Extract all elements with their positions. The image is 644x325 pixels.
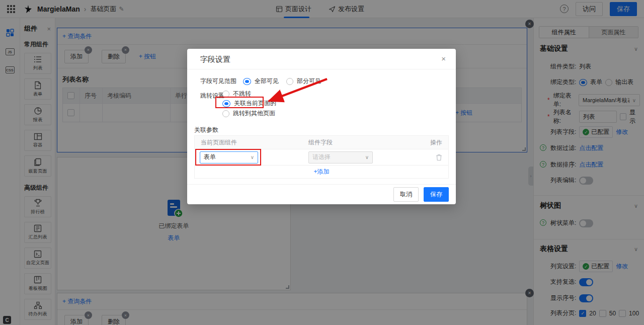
modal-header-divider: [187, 69, 456, 69]
modal-save-button[interactable]: 保存: [424, 187, 449, 202]
component-select[interactable]: 表单 ∨: [200, 151, 258, 164]
jump-other-page-row: 跳转到其他页面: [222, 109, 275, 118]
related-params-table: 当前页面组件 组件字段 操作 表单 ∨ 请选择 ∨: [194, 135, 449, 179]
visibility-all-radio[interactable]: [243, 78, 251, 85]
add-param-link[interactable]: +添加: [313, 168, 329, 176]
field-visibility-label: 字段可见范围: [200, 77, 236, 86]
field-visibility-row: 字段可见范围 全部可见 部分可见: [200, 77, 321, 86]
chevron-down-icon: ∨: [251, 154, 254, 160]
modal-title: 字段设置: [200, 55, 230, 64]
params-table-header: 当前页面组件 组件字段 操作: [195, 136, 448, 149]
cancel-button[interactable]: 取消: [393, 187, 419, 202]
column-actions: 操作: [417, 138, 448, 147]
field-settings-modal: 字段设置 × 字段可见范围 全部可见 部分可见 跳转设置 不跳转 关联当前页面的…: [187, 49, 456, 204]
jump-current-page-row: 关联当前页面的: [222, 99, 276, 108]
visibility-partial-label: 部分可见: [297, 77, 321, 86]
app-window: MargielaMan › 基础页面 ✎ 页面设计 发布设置 ? 访问 保存: [0, 0, 644, 325]
related-params-label: 关联参数: [194, 126, 218, 134]
field-select[interactable]: 请选择 ∨: [308, 151, 373, 164]
close-icon[interactable]: ×: [441, 54, 446, 63]
params-add-row: +添加: [195, 165, 448, 178]
visibility-partial-radio[interactable]: [286, 78, 293, 85]
jump-other-page-radio[interactable]: [222, 110, 229, 117]
chevron-down-icon: ∨: [365, 154, 369, 160]
jump-other-page-label: 跳转到其他页面: [233, 109, 275, 118]
visibility-all-label: 全部可见: [255, 77, 279, 86]
column-component-field: 组件字段: [308, 138, 417, 147]
column-current-page-component: 当前页面组件: [195, 138, 308, 147]
jump-none-row: 不跳转: [222, 90, 251, 98]
jump-current-page-radio[interactable]: [222, 100, 230, 107]
modal-footer: 取消 保存: [187, 184, 456, 204]
jump-settings-label: 跳转设置: [200, 92, 224, 100]
jump-none-radio[interactable]: [222, 91, 229, 98]
component-select-value: 表单: [204, 153, 216, 161]
delete-row-trash-icon[interactable]: [436, 154, 442, 161]
jump-current-page-label: 关联当前页面的: [234, 99, 276, 108]
jump-none-label: 不跳转: [233, 90, 251, 98]
params-table-row: 表单 ∨ 请选择 ∨: [195, 149, 448, 165]
field-select-placeholder: 请选择: [312, 153, 331, 161]
